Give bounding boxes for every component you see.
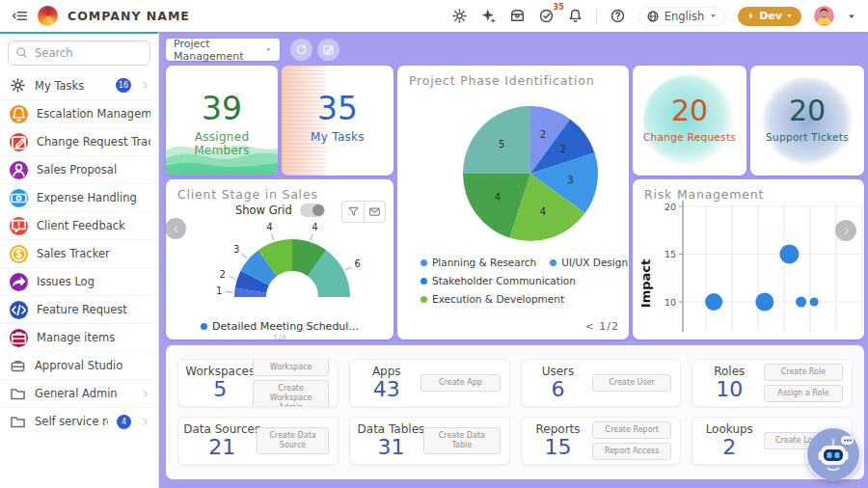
sidebar-item-label: Escalation Management xyxy=(37,107,150,121)
folder-icon xyxy=(10,386,26,402)
sidebar-item-approval-studio[interactable]: Approval Studio xyxy=(0,351,158,379)
chevron-left-icon xyxy=(171,224,181,234)
stat-label: Lookups xyxy=(706,422,753,436)
sidebar-item-label: Sales Proposal xyxy=(37,163,150,176)
legend-dot xyxy=(420,278,427,285)
svg-text:4: 4 xyxy=(495,192,501,203)
settings-gear-icon[interactable] xyxy=(451,8,468,24)
chart-title: Client Stage in Sales xyxy=(177,187,318,202)
count-badge: 16 xyxy=(116,78,131,93)
stat-value: 15 xyxy=(545,436,572,459)
sidebar-item-manage-items[interactable]: Manage items xyxy=(0,323,158,351)
profile-chevron-icon[interactable] xyxy=(847,12,856,21)
edit-icon xyxy=(10,133,28,151)
stat-value: 21 xyxy=(208,436,235,459)
app-window: COMPANY NAME 35 English Dev xyxy=(0,0,868,488)
project-phase-card: Project Phase Identification 223445 Plan… xyxy=(397,66,629,339)
svg-text:3: 3 xyxy=(567,175,573,185)
legend-label: Planning & Research xyxy=(432,257,536,268)
svg-text:15: 15 xyxy=(665,249,676,259)
sidebar-item-sales-proposal[interactable]: Sales Proposal xyxy=(0,155,158,183)
sidebar-item-label: Client Feedback xyxy=(37,219,150,232)
sidebar-item-label: Self service reports xyxy=(35,415,108,428)
approvals-check-icon[interactable]: 35 xyxy=(538,8,555,24)
bolt-icon xyxy=(746,11,756,21)
support-tickets-value: 20 xyxy=(750,96,864,125)
sidebar-item-change-request-tracker[interactable]: Change Request Tracker xyxy=(0,127,158,155)
change-requests-label: Change Requests xyxy=(633,131,746,143)
sidebar-item-issues-log[interactable]: Issues Log xyxy=(0,267,158,295)
company-name: COMPANY NAME xyxy=(68,9,190,23)
svg-text:5: 5 xyxy=(499,139,504,149)
filter-button[interactable] xyxy=(341,201,364,223)
legend-item: UI/UX Design xyxy=(550,257,628,268)
gear-icon xyxy=(10,77,26,94)
stat-value: 5 xyxy=(213,378,227,401)
create-user-button[interactable]: Create User xyxy=(592,374,671,392)
chatbot-button[interactable] xyxy=(806,427,860,481)
sidebar-item-sales-tracker[interactable]: Sales Tracker xyxy=(0,239,158,267)
create-report-button[interactable]: Create Report xyxy=(592,421,671,439)
dashboard-selector[interactable]: Project Management xyxy=(166,39,280,61)
help-icon[interactable] xyxy=(610,8,626,24)
sidebar-item-general-admin[interactable]: General Admin xyxy=(0,379,158,407)
assign-a-role-button[interactable]: Assign a Role xyxy=(764,385,843,402)
create-data-table-button[interactable]: Create Data Table xyxy=(423,427,500,454)
pie-chart: 223445 xyxy=(397,66,629,253)
ai-sparkle-icon[interactable] xyxy=(480,8,497,24)
chart-title: Risk Management xyxy=(644,187,764,202)
user-avatar[interactable] xyxy=(814,6,834,26)
app-chest-icon[interactable] xyxy=(509,8,526,24)
create-app-button[interactable]: Create App xyxy=(420,374,500,392)
my-tasks-value: 35 xyxy=(282,93,393,124)
edit-dashboard-button[interactable] xyxy=(317,39,339,61)
create-role-button[interactable]: Create Role xyxy=(764,364,843,381)
sidebar-item-client-feedback[interactable]: Client Feedback xyxy=(0,211,158,239)
stat-card-data-sources: Data Sources21Create Data Source xyxy=(177,417,339,465)
svg-text:2: 2 xyxy=(220,269,226,280)
sidebar-item-label: My Tasks xyxy=(35,79,107,93)
create-data-source-button[interactable]: Create Data Source xyxy=(257,427,328,454)
edit-icon xyxy=(322,43,335,56)
create-workspace-button[interactable]: Create Workspace xyxy=(253,359,328,376)
carousel-next-button[interactable] xyxy=(835,220,856,241)
assigned-members-value: 39 xyxy=(166,93,278,124)
show-grid-toggle[interactable] xyxy=(300,203,325,217)
stat-card-data-tables: Data Tables31Create Data Table xyxy=(349,417,510,465)
sidebar-item-label: Expense Handling xyxy=(37,191,150,204)
svg-text:4: 4 xyxy=(312,222,317,232)
sidebar-item-label: Manage items xyxy=(37,331,150,344)
svg-text:4: 4 xyxy=(540,206,546,217)
assigned-members-label: Assigned Members xyxy=(166,130,278,157)
email-button[interactable] xyxy=(364,201,386,223)
report-access-button[interactable]: Report Access xyxy=(592,443,671,460)
refresh-button[interactable] xyxy=(290,39,312,61)
sidebar-item-self-service-reports[interactable]: Self service reports4 xyxy=(0,407,158,435)
support-tickets-card: 20 Support Tickets xyxy=(750,66,864,176)
create-workspace-admin-button[interactable]: Create Workspace Admin xyxy=(253,380,328,407)
environment-selector[interactable]: Dev xyxy=(738,7,801,26)
legend-item: Planning & Research xyxy=(420,257,536,268)
legend-dot xyxy=(420,296,427,303)
sidebar-item-label: Issues Log xyxy=(37,275,150,288)
svg-text:6: 6 xyxy=(355,258,361,269)
legend-label: Stakeholder Communication xyxy=(432,275,576,286)
sidebar: My Tasks16Escalation ManagementChange Re… xyxy=(0,32,159,488)
stat-label: Workspaces xyxy=(185,365,255,378)
notifications-bell-icon[interactable] xyxy=(567,8,583,24)
stat-label: Users xyxy=(542,365,575,378)
language-label: English xyxy=(665,10,705,23)
language-selector[interactable]: English xyxy=(638,7,726,26)
legend-pagination[interactable]: < 1/2 xyxy=(585,320,619,333)
bell-icon xyxy=(10,105,28,123)
sidebar-item-feature-request[interactable]: Feature Request xyxy=(0,295,158,323)
briefcase-icon xyxy=(10,358,26,374)
stat-label: Reports xyxy=(535,422,580,436)
sidebar-item-expense-handling[interactable]: Expense Handling xyxy=(0,183,158,211)
sidebar-item-escalation-management[interactable]: Escalation Management xyxy=(0,99,158,127)
change-requests-value: 20 xyxy=(633,96,746,125)
sidebar-item-my-tasks[interactable]: My Tasks16 xyxy=(0,71,158,99)
search-input[interactable] xyxy=(8,41,150,66)
carousel-prev-button[interactable] xyxy=(165,218,186,239)
menu-collapse-icon[interactable] xyxy=(12,8,28,24)
